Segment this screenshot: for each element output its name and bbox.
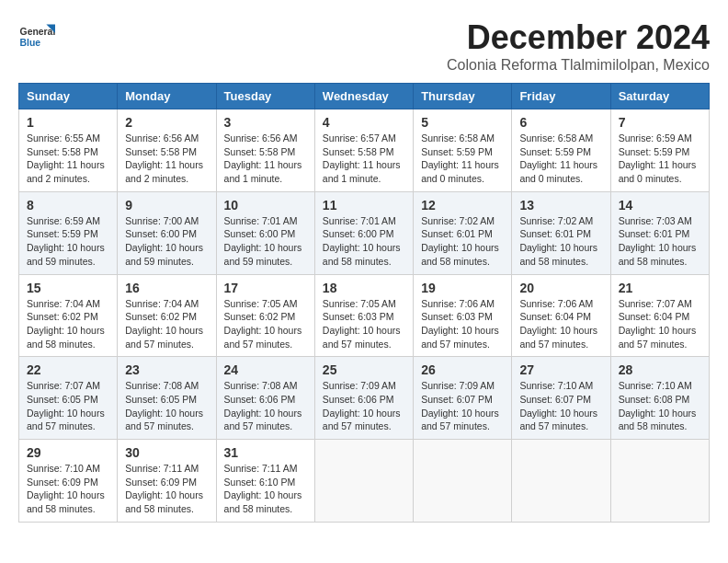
day-number: 14 (619, 198, 701, 213)
day-info: Sunset: 6:02 PM (125, 310, 208, 324)
day-info: Sunrise: 7:11 AM (125, 462, 208, 476)
day-info: Daylight: 10 hours and 57 minutes. (224, 407, 307, 433)
table-row (414, 440, 512, 523)
day-info: Sunset: 6:06 PM (224, 393, 307, 407)
svg-text:Blue: Blue (20, 38, 41, 48)
day-info: Daylight: 11 hours and 1 minute. (224, 158, 307, 185)
day-info: Sunrise: 6:56 AM (224, 132, 307, 145)
table-row: 7Sunrise: 6:59 AMSunset: 5:59 PMDaylight… (610, 109, 709, 192)
day-info: Daylight: 10 hours and 57 minutes. (224, 324, 307, 350)
table-row: 1Sunrise: 6:55 AMSunset: 5:58 PMDaylight… (19, 109, 118, 192)
table-row (610, 440, 709, 523)
col-wednesday: Wednesday (314, 84, 413, 109)
day-number: 6 (519, 115, 602, 130)
day-info: Daylight: 10 hours and 57 minutes. (421, 407, 504, 433)
table-row: 24Sunrise: 7:08 AMSunset: 6:06 PMDayligh… (216, 357, 314, 440)
logo-icon: General Blue (18, 18, 55, 55)
day-number: 23 (125, 362, 208, 377)
day-number: 7 (619, 115, 701, 130)
day-info: Sunrise: 7:01 AM (323, 214, 405, 228)
day-info: Daylight: 11 hours and 2 minutes. (125, 158, 208, 185)
day-info: Daylight: 10 hours and 58 minutes. (27, 488, 109, 515)
day-number: 11 (323, 198, 405, 213)
day-number: 25 (323, 362, 405, 377)
day-number: 26 (421, 362, 504, 377)
day-number: 8 (27, 198, 109, 213)
table-row: 15Sunrise: 7:04 AMSunset: 6:02 PMDayligh… (19, 274, 118, 357)
day-info: Daylight: 10 hours and 57 minutes. (519, 407, 602, 433)
day-number: 28 (619, 362, 701, 377)
day-info: Daylight: 10 hours and 58 minutes. (619, 407, 701, 433)
day-info: Sunset: 6:08 PM (619, 393, 701, 407)
day-info: Sunrise: 7:02 AM (421, 214, 504, 228)
day-info: Sunrise: 6:58 AM (519, 132, 602, 145)
table-row: 30Sunrise: 7:11 AMSunset: 6:09 PMDayligh… (118, 440, 216, 523)
day-info: Sunrise: 7:01 AM (224, 214, 307, 228)
day-info: Sunset: 5:58 PM (224, 145, 307, 159)
table-row: 9Sunrise: 7:00 AMSunset: 6:00 PMDaylight… (118, 191, 216, 274)
day-info: Sunset: 5:59 PM (421, 145, 504, 159)
day-number: 2 (125, 115, 208, 130)
day-info: Sunset: 5:58 PM (27, 145, 109, 159)
day-info: Sunset: 6:01 PM (619, 227, 701, 241)
day-info: Sunrise: 7:05 AM (323, 297, 405, 311)
day-number: 24 (224, 362, 307, 377)
table-row: 6Sunrise: 6:58 AMSunset: 5:59 PMDaylight… (512, 109, 610, 192)
table-row: 13Sunrise: 7:02 AMSunset: 6:01 PMDayligh… (512, 191, 610, 274)
day-info: Sunset: 6:04 PM (519, 310, 602, 324)
day-info: Daylight: 11 hours and 0 minutes. (519, 158, 602, 185)
day-number: 31 (224, 445, 307, 460)
day-info: Daylight: 10 hours and 58 minutes. (619, 241, 701, 268)
day-number: 27 (519, 362, 602, 377)
day-info: Sunset: 6:05 PM (125, 393, 208, 407)
table-row: 20Sunrise: 7:06 AMSunset: 6:04 PMDayligh… (512, 274, 610, 357)
day-info: Sunset: 5:58 PM (125, 145, 208, 159)
day-info: Daylight: 10 hours and 59 minutes. (125, 241, 208, 268)
table-row: 14Sunrise: 7:03 AMSunset: 6:01 PMDayligh… (610, 191, 709, 274)
table-row: 8Sunrise: 6:59 AMSunset: 5:59 PMDaylight… (19, 191, 118, 274)
col-tuesday: Tuesday (216, 84, 314, 109)
day-info: Sunrise: 7:10 AM (27, 462, 109, 476)
day-number: 4 (323, 115, 405, 130)
day-info: Daylight: 11 hours and 0 minutes. (619, 158, 701, 185)
day-number: 16 (125, 281, 208, 295)
day-info: Daylight: 11 hours and 0 minutes. (421, 158, 504, 185)
day-info: Sunset: 6:02 PM (27, 310, 109, 324)
day-info: Daylight: 10 hours and 57 minutes. (27, 407, 109, 433)
day-info: Sunrise: 6:56 AM (125, 132, 208, 145)
calendar-week-row: 8Sunrise: 6:59 AMSunset: 5:59 PMDaylight… (19, 191, 710, 274)
table-row: 18Sunrise: 7:05 AMSunset: 6:03 PMDayligh… (314, 274, 413, 357)
col-monday: Monday (118, 84, 216, 109)
table-row: 25Sunrise: 7:09 AMSunset: 6:06 PMDayligh… (314, 357, 413, 440)
day-info: Sunrise: 7:10 AM (619, 379, 701, 393)
day-info: Sunrise: 7:00 AM (125, 214, 208, 228)
table-row: 29Sunrise: 7:10 AMSunset: 6:09 PMDayligh… (19, 440, 118, 523)
svg-text:General: General (20, 27, 55, 37)
table-row (314, 440, 413, 523)
day-info: Daylight: 10 hours and 58 minutes. (421, 241, 504, 268)
table-row: 10Sunrise: 7:01 AMSunset: 6:00 PMDayligh… (216, 191, 314, 274)
col-friday: Friday (512, 84, 610, 109)
day-info: Sunset: 6:00 PM (224, 227, 307, 241)
day-info: Daylight: 10 hours and 58 minutes. (519, 241, 602, 268)
day-number: 21 (619, 281, 701, 295)
calendar-table: Sunday Monday Tuesday Wednesday Thursday… (18, 83, 710, 523)
day-info: Sunrise: 7:06 AM (519, 297, 602, 311)
table-row: 5Sunrise: 6:58 AMSunset: 5:59 PMDaylight… (414, 109, 512, 192)
table-row: 17Sunrise: 7:05 AMSunset: 6:02 PMDayligh… (216, 274, 314, 357)
calendar-week-row: 29Sunrise: 7:10 AMSunset: 6:09 PMDayligh… (19, 440, 710, 523)
day-info: Sunset: 6:00 PM (323, 227, 405, 241)
table-row: 31Sunrise: 7:11 AMSunset: 6:10 PMDayligh… (216, 440, 314, 523)
day-info: Daylight: 10 hours and 57 minutes. (323, 407, 405, 433)
day-number: 29 (27, 445, 109, 460)
day-info: Sunset: 6:07 PM (421, 393, 504, 407)
day-info: Daylight: 10 hours and 59 minutes. (27, 241, 109, 268)
calendar-week-row: 15Sunrise: 7:04 AMSunset: 6:02 PMDayligh… (19, 274, 710, 357)
calendar-week-row: 22Sunrise: 7:07 AMSunset: 6:05 PMDayligh… (19, 357, 710, 440)
day-info: Sunrise: 7:03 AM (619, 214, 701, 228)
table-row: 21Sunrise: 7:07 AMSunset: 6:04 PMDayligh… (610, 274, 709, 357)
day-info: Sunrise: 7:08 AM (224, 379, 307, 393)
table-row: 28Sunrise: 7:10 AMSunset: 6:08 PMDayligh… (610, 357, 709, 440)
day-info: Daylight: 10 hours and 57 minutes. (519, 324, 602, 350)
day-info: Sunrise: 6:59 AM (619, 132, 701, 145)
